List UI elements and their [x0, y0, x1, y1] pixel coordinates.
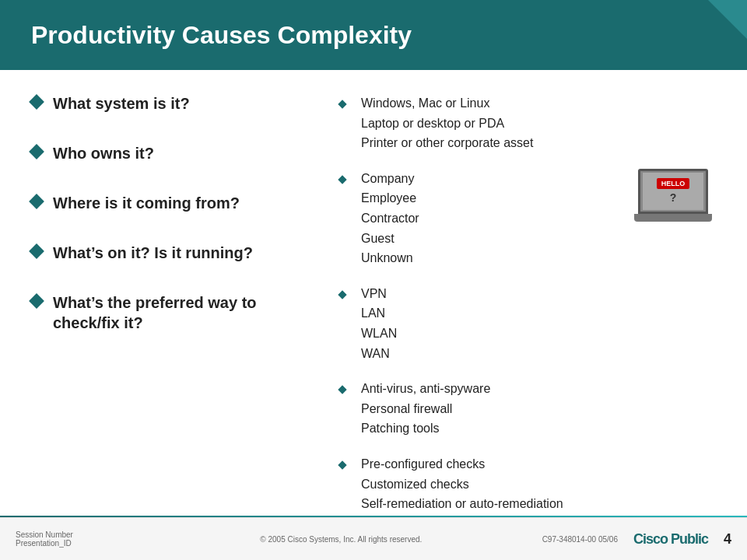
right-section-3: VPN LAN WLAN WAN [339, 284, 716, 363]
right-column: Windows, Mac or Linux Laptop or desktop … [339, 93, 716, 506]
section-items-3: VPN LAN WLAN WAN [361, 284, 397, 363]
section-item-4-0: Anti-virus, anti-spyware [361, 379, 490, 399]
question-item-3: Where is it coming from? [31, 193, 316, 213]
section-bullet [338, 290, 346, 299]
section-item-2-2: Contractor [361, 208, 419, 229]
question-item-1: What system is it? [31, 93, 316, 114]
question-text-2: Who owns it? [53, 143, 154, 163]
question-item-5: What’s the preferred way to check/fix it… [31, 292, 316, 333]
question-mark: ? [670, 191, 677, 204]
left-column: What system is it? Who owns it? Where is… [31, 93, 339, 506]
section-item-1-0: Windows, Mac or Linux [361, 93, 533, 114]
section-item-1-2: Printer or other corporate asset [361, 133, 533, 153]
section-item-2-4: Unknown [361, 248, 419, 268]
section-bullet [338, 100, 346, 108]
presentation-id-label: Presentation_ID [16, 539, 140, 548]
hello-badge: HELLO [657, 178, 690, 189]
section-items-4: Anti-virus, anti-spyware Personal firewa… [361, 379, 490, 439]
bullet-diamond [29, 293, 44, 309]
slide-header: Productivity Causes Complexity [0, 0, 747, 70]
session-label: Session Number [16, 530, 140, 539]
section-item-4-1: Personal firewall [361, 399, 490, 419]
question-item-4: What’s on it? Is it running? [31, 243, 316, 263]
laptop-screen-inner: HELLO ? [643, 173, 703, 210]
section-items-2: Company Employee Contractor Guest Unknow… [361, 169, 419, 268]
section-item-1-1: Laptop or desktop or PDA [361, 114, 533, 134]
laptop-screen: HELLO ? [638, 169, 708, 214]
section-bullet [338, 175, 346, 184]
section-item-3-3: WAN [361, 344, 397, 364]
laptop-image: HELLO ? [630, 169, 716, 239]
laptop-base [634, 214, 712, 222]
section-item-5-0: Pre-configured checks [361, 454, 563, 474]
question-text-3: Where is it coming from? [53, 193, 240, 213]
footer-doc-number: C97-348014-00 05/06 [542, 535, 618, 544]
section-bullet [338, 460, 346, 469]
section-items-1: Windows, Mac or Linux Laptop or desktop … [361, 93, 533, 153]
bullet-diamond [29, 194, 44, 209]
question-text-1: What system is it? [53, 93, 190, 114]
footer-copyright: © 2005 Cisco Systems, Inc. All rights re… [140, 535, 542, 544]
question-text-4: What’s on it? Is it running? [53, 243, 253, 263]
bullet-diamond [29, 144, 44, 159]
section-item-5-2: Self-remediation or auto-remediation [361, 494, 563, 514]
right-section-4: Anti-virus, anti-spyware Personal firewa… [339, 379, 716, 439]
footer-left: Session Number Presentation_ID [16, 530, 140, 548]
section-item-3-2: WLAN [361, 324, 397, 344]
main-content: What system is it? Who owns it? Where is… [0, 70, 747, 521]
page-number: 4 [724, 531, 731, 548]
section-item-2-0: Company [361, 169, 419, 189]
right-section-1: Windows, Mac or Linux Laptop or desktop … [339, 93, 716, 153]
section-item-5-1: Customized checks [361, 474, 563, 495]
section-item-4-2: Patching tools [361, 418, 490, 439]
section-item-2-3: Guest [361, 229, 419, 249]
bullet-diamond [29, 243, 44, 259]
right-section-2: Company Employee Contractor Guest Unknow… [339, 169, 716, 268]
footer-right: C97-348014-00 05/06 Cisco Public 4 [542, 531, 731, 548]
corner-accent [708, 0, 747, 39]
footer: Session Number Presentation_ID © 2005 Ci… [0, 517, 747, 560]
slide-title: Productivity Causes Complexity [31, 21, 412, 50]
section-bullet [338, 385, 346, 394]
bullet-diamond [29, 94, 44, 110]
question-text-5: What’s the preferred way to check/fix it… [53, 292, 316, 333]
question-item-2: Who owns it? [31, 143, 316, 163]
section-item-3-0: VPN [361, 284, 397, 304]
section-item-2-1: Employee [361, 188, 419, 208]
cisco-brand: Cisco Public [633, 531, 708, 548]
section-item-3-1: LAN [361, 303, 397, 324]
